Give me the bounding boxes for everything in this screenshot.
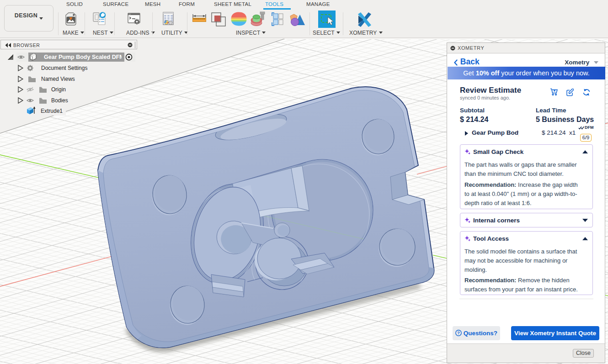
- svg-text:?: ?: [457, 330, 460, 335]
